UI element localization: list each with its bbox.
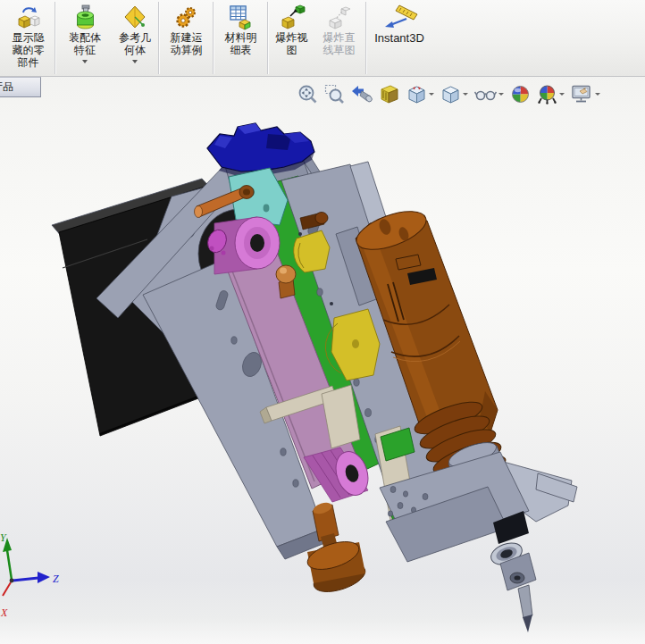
bill-of-materials-button[interactable]: 材料明 细表: [215, 0, 266, 76]
ribbon-button-label: 显示隐 藏的零 部件: [13, 32, 45, 69]
display-style-button[interactable]: [439, 82, 470, 106]
ribbon-button-label: Instant3D: [374, 32, 424, 46]
triad-z-label: Z: [53, 573, 59, 585]
chevron-down-icon: [463, 93, 468, 96]
edit-appearance-icon: [509, 83, 532, 105]
instant3d-button[interactable]: Instant3D: [368, 0, 431, 76]
view-orientation-icon: [406, 83, 428, 105]
assembly-features-icon: [71, 3, 98, 31]
triad-x-label: X: [0, 606, 8, 619]
hide-show-items-button[interactable]: [473, 82, 506, 106]
apply-scene-icon: [536, 83, 558, 105]
exploded-view-button[interactable]: 爆炸视 图: [270, 0, 314, 76]
exploded-view-icon: [279, 3, 306, 31]
ribbon-separator: [213, 2, 214, 74]
zoom-to-fit-button[interactable]: [296, 82, 320, 106]
chevron-down-icon: [132, 60, 138, 63]
edit-appearance-button[interactable]: [508, 82, 532, 106]
section-view-button[interactable]: [378, 82, 402, 106]
chevron-down-icon: [498, 93, 504, 96]
section-view-icon: [379, 83, 401, 105]
tension-screw[interactable]: [304, 500, 368, 597]
instant3d-icon: [380, 3, 419, 31]
chevron-down-icon: [559, 93, 565, 96]
display-style-icon: [440, 83, 462, 105]
chevron-down-icon: [595, 93, 600, 96]
zoom-to-fit-icon: [297, 83, 319, 105]
ribbon-separator: [365, 2, 367, 74]
view-orientation-button[interactable]: [405, 82, 436, 106]
view-heads-up-toolbar: [296, 80, 602, 107]
drill-bit[interactable]: [518, 585, 532, 618]
document-tab[interactable]: 产品: [0, 77, 41, 97]
apply-scene-button[interactable]: [535, 82, 566, 106]
view-settings-icon: [570, 83, 594, 105]
chevron-down-icon: [429, 93, 434, 96]
explode-line-sketch-button[interactable]: 爆炸直 线草图: [314, 0, 364, 76]
motion-study-icon: [173, 3, 200, 31]
chuck-and-drill[interactable]: [488, 539, 536, 632]
ribbon-button-label: 材料明 细表: [225, 32, 257, 57]
previous-view-icon: [350, 83, 374, 105]
zoom-to-area-icon: [323, 83, 346, 105]
new-motion-study-button[interactable]: 新建运 动算例: [161, 0, 212, 76]
view-settings-button[interactable]: [569, 82, 602, 106]
orientation-triad: Y Z X: [0, 531, 59, 619]
ribbon-button-label: 参考几 何体: [119, 32, 151, 57]
explode-line-sketch-icon: [326, 3, 353, 31]
ribbon-toolbar: 显示隐 藏的零 部件 装配体 特征 参考几 何体: [0, 0, 645, 77]
ribbon-separator: [158, 2, 160, 74]
show-hidden-components-icon: [15, 3, 42, 31]
ribbon-separator: [54, 2, 56, 74]
top-pulley[interactable]: [205, 217, 280, 274]
reference-geometry-button[interactable]: 参考几 何体: [113, 0, 157, 76]
zoom-to-area-button[interactable]: [322, 82, 347, 106]
document-tab-label: 产品: [0, 78, 40, 96]
hide-show-items-icon: [473, 83, 498, 105]
bom-icon: [228, 3, 255, 31]
ribbon-button-label: 爆炸视 图: [276, 32, 308, 57]
ribbon-button-label: 爆炸直 线草图: [323, 32, 356, 57]
chevron-down-icon: [82, 60, 88, 63]
ribbon-button-label: 新建运 动算例: [171, 32, 203, 57]
ribbon-button-label: 装配体 特征: [69, 32, 101, 57]
show-hidden-components-button[interactable]: 显示隐 藏的零 部件: [3, 0, 54, 76]
assembly-features-button[interactable]: 装配体 特征: [57, 0, 113, 76]
reference-geometry-icon: [121, 3, 148, 31]
ribbon-separator: [267, 2, 269, 74]
previous-view-button[interactable]: [349, 82, 375, 106]
